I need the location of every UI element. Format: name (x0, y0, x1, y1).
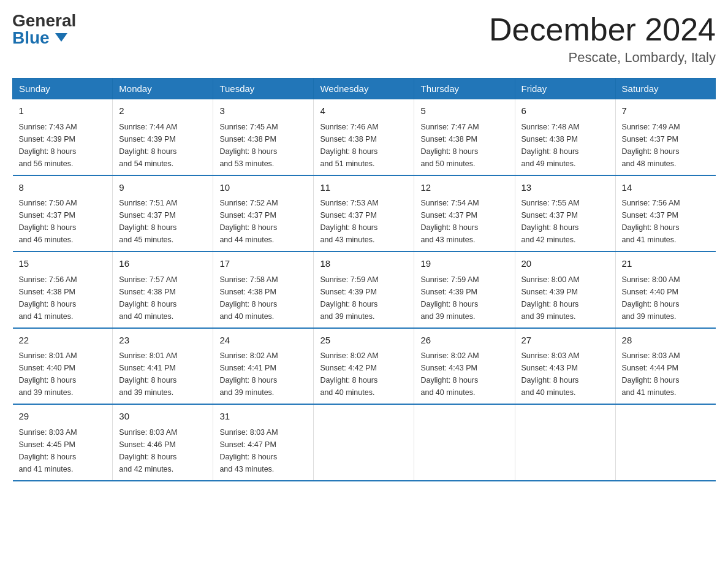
day-number: 17 (219, 257, 307, 271)
calendar-cell: 22Sunrise: 8:01 AMSunset: 4:40 PMDayligh… (13, 328, 113, 405)
day-info: Sunrise: 7:50 AMSunset: 4:37 PMDaylight:… (19, 197, 107, 246)
calendar-cell: 14Sunrise: 7:56 AMSunset: 4:37 PMDayligh… (615, 175, 715, 252)
calendar-cell: 4Sunrise: 7:46 AMSunset: 4:38 PMDaylight… (314, 99, 414, 175)
logo: General Blue (12, 12, 76, 47)
calendar-cell: 31Sunrise: 8:03 AMSunset: 4:47 PMDayligh… (213, 404, 314, 481)
day-number: 19 (420, 257, 508, 271)
title-area: December 2024 Pescate, Lombardy, Italy (489, 12, 716, 66)
calendar-cell: 3Sunrise: 7:45 AMSunset: 4:38 PMDaylight… (213, 99, 314, 175)
day-info: Sunrise: 8:03 AMSunset: 4:46 PMDaylight:… (119, 426, 207, 475)
day-info: Sunrise: 7:56 AMSunset: 4:38 PMDaylight:… (19, 274, 107, 323)
day-info: Sunrise: 7:59 AMSunset: 4:39 PMDaylight:… (420, 274, 508, 323)
day-number: 2 (119, 104, 207, 118)
day-number: 14 (622, 181, 710, 195)
day-info: Sunrise: 8:03 AMSunset: 4:45 PMDaylight:… (19, 426, 107, 475)
day-number: 27 (521, 334, 609, 348)
day-number: 15 (19, 257, 107, 271)
day-header-saturday: Saturday (615, 79, 715, 99)
calendar-body: 1Sunrise: 7:43 AMSunset: 4:39 PMDaylight… (13, 99, 716, 481)
day-info: Sunrise: 7:45 AMSunset: 4:38 PMDaylight:… (219, 121, 307, 170)
calendar-cell: 8Sunrise: 7:50 AMSunset: 4:37 PMDaylight… (13, 175, 113, 252)
day-header-tuesday: Tuesday (213, 79, 314, 99)
day-number: 1 (19, 104, 107, 118)
day-info: Sunrise: 7:55 AMSunset: 4:37 PMDaylight:… (521, 197, 609, 246)
day-info: Sunrise: 8:00 AMSunset: 4:40 PMDaylight:… (622, 274, 710, 323)
calendar-cell: 29Sunrise: 8:03 AMSunset: 4:45 PMDayligh… (13, 404, 113, 481)
calendar-week-row: 29Sunrise: 8:03 AMSunset: 4:45 PMDayligh… (13, 404, 716, 481)
day-info: Sunrise: 8:01 AMSunset: 4:40 PMDaylight:… (19, 350, 107, 399)
day-info: Sunrise: 7:53 AMSunset: 4:37 PMDaylight:… (320, 197, 408, 246)
calendar-table: SundayMondayTuesdayWednesdayThursdayFrid… (12, 78, 716, 481)
day-info: Sunrise: 8:02 AMSunset: 4:41 PMDaylight:… (219, 350, 307, 399)
calendar-cell: 1Sunrise: 7:43 AMSunset: 4:39 PMDaylight… (13, 99, 113, 175)
calendar-cell: 23Sunrise: 8:01 AMSunset: 4:41 PMDayligh… (113, 328, 213, 405)
day-number: 8 (19, 181, 107, 195)
calendar-cell: 15Sunrise: 7:56 AMSunset: 4:38 PMDayligh… (13, 251, 113, 328)
day-number: 24 (219, 334, 307, 348)
day-number: 10 (219, 181, 307, 195)
calendar-cell: 12Sunrise: 7:54 AMSunset: 4:37 PMDayligh… (414, 175, 515, 252)
calendar-cell: 30Sunrise: 8:03 AMSunset: 4:46 PMDayligh… (113, 404, 213, 481)
day-info: Sunrise: 8:03 AMSunset: 4:47 PMDaylight:… (219, 426, 307, 475)
day-info: Sunrise: 7:54 AMSunset: 4:37 PMDaylight:… (420, 197, 508, 246)
location-title: Pescate, Lombardy, Italy (489, 50, 716, 66)
calendar-cell: 21Sunrise: 8:00 AMSunset: 4:40 PMDayligh… (615, 251, 715, 328)
day-info: Sunrise: 7:43 AMSunset: 4:39 PMDaylight:… (19, 121, 107, 170)
calendar-cell: 7Sunrise: 7:49 AMSunset: 4:37 PMDaylight… (615, 99, 715, 175)
day-number: 6 (521, 104, 609, 118)
calendar-cell (314, 404, 414, 481)
page-header: General Blue December 2024 Pescate, Lomb… (12, 12, 716, 66)
day-number: 18 (320, 257, 408, 271)
calendar-cell: 16Sunrise: 7:57 AMSunset: 4:38 PMDayligh… (113, 251, 213, 328)
calendar-week-row: 22Sunrise: 8:01 AMSunset: 4:40 PMDayligh… (13, 328, 716, 405)
calendar-cell (615, 404, 715, 481)
calendar-cell: 10Sunrise: 7:52 AMSunset: 4:37 PMDayligh… (213, 175, 314, 252)
day-info: Sunrise: 7:49 AMSunset: 4:37 PMDaylight:… (622, 121, 710, 170)
day-info: Sunrise: 7:57 AMSunset: 4:38 PMDaylight:… (119, 274, 207, 323)
day-info: Sunrise: 8:01 AMSunset: 4:41 PMDaylight:… (119, 350, 207, 399)
day-number: 7 (622, 104, 710, 118)
day-info: Sunrise: 7:46 AMSunset: 4:38 PMDaylight:… (320, 121, 408, 170)
day-info: Sunrise: 7:48 AMSunset: 4:38 PMDaylight:… (521, 121, 609, 170)
day-number: 3 (219, 104, 307, 118)
day-number: 9 (119, 181, 207, 195)
calendar-cell: 13Sunrise: 7:55 AMSunset: 4:37 PMDayligh… (515, 175, 615, 252)
calendar-cell: 9Sunrise: 7:51 AMSunset: 4:37 PMDaylight… (113, 175, 213, 252)
day-info: Sunrise: 7:52 AMSunset: 4:37 PMDaylight:… (219, 197, 307, 246)
calendar-cell: 6Sunrise: 7:48 AMSunset: 4:38 PMDaylight… (515, 99, 615, 175)
day-number: 5 (420, 104, 508, 118)
day-header-thursday: Thursday (414, 79, 515, 99)
calendar-cell (414, 404, 515, 481)
day-number: 30 (119, 410, 207, 424)
day-number: 22 (19, 334, 107, 348)
month-title: December 2024 (489, 12, 716, 47)
day-number: 25 (320, 334, 408, 348)
day-info: Sunrise: 8:03 AMSunset: 4:44 PMDaylight:… (622, 350, 710, 399)
logo-blue-text: Blue (12, 29, 76, 47)
day-number: 23 (119, 334, 207, 348)
day-number: 11 (320, 181, 408, 195)
day-number: 31 (219, 410, 307, 424)
calendar-cell: 11Sunrise: 7:53 AMSunset: 4:37 PMDayligh… (314, 175, 414, 252)
day-header-wednesday: Wednesday (314, 79, 414, 99)
calendar-cell (515, 404, 615, 481)
day-number: 28 (622, 334, 710, 348)
day-header-friday: Friday (515, 79, 615, 99)
day-number: 29 (19, 410, 107, 424)
day-info: Sunrise: 7:56 AMSunset: 4:37 PMDaylight:… (622, 197, 710, 246)
day-info: Sunrise: 7:47 AMSunset: 4:38 PMDaylight:… (420, 121, 508, 170)
calendar-cell: 26Sunrise: 8:02 AMSunset: 4:43 PMDayligh… (414, 328, 515, 405)
day-number: 16 (119, 257, 207, 271)
calendar-cell: 20Sunrise: 8:00 AMSunset: 4:39 PMDayligh… (515, 251, 615, 328)
calendar-cell: 17Sunrise: 7:58 AMSunset: 4:38 PMDayligh… (213, 251, 314, 328)
day-number: 12 (420, 181, 508, 195)
day-number: 26 (420, 334, 508, 348)
calendar-cell: 25Sunrise: 8:02 AMSunset: 4:42 PMDayligh… (314, 328, 414, 405)
calendar-cell: 19Sunrise: 7:59 AMSunset: 4:39 PMDayligh… (414, 251, 515, 328)
calendar-cell: 2Sunrise: 7:44 AMSunset: 4:39 PMDaylight… (113, 99, 213, 175)
day-info: Sunrise: 8:02 AMSunset: 4:42 PMDaylight:… (320, 350, 408, 399)
day-info: Sunrise: 8:02 AMSunset: 4:43 PMDaylight:… (420, 350, 508, 399)
logo-triangle-icon (55, 33, 67, 42)
calendar-header-row: SundayMondayTuesdayWednesdayThursdayFrid… (13, 79, 716, 99)
calendar-week-row: 15Sunrise: 7:56 AMSunset: 4:38 PMDayligh… (13, 251, 716, 328)
